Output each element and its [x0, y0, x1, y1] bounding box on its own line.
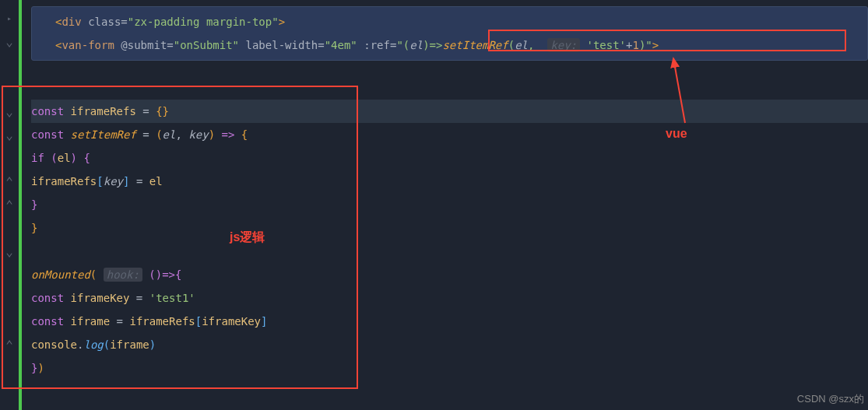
code-line-14[interactable]: console.log(iframe) — [31, 333, 868, 356]
code-editor: ▸ ⌄ ⌄ ⌄ ⌃ ⌃ ⌄ ⌃ <div class="zx-padding m… — [0, 0, 868, 410]
code-content[interactable]: <div class="zx-padding margin-top"> <van… — [22, 0, 868, 410]
code-line-1[interactable]: <div class="zx-padding margin-top"> — [32, 10, 867, 33]
annotation-vue-label: vue — [666, 127, 687, 141]
code-line-8[interactable]: } — [31, 193, 868, 216]
code-line-15[interactable]: }) — [31, 356, 868, 380]
code-line-5[interactable]: const setItemRef = (el, key) => { — [31, 123, 868, 146]
code-line-11[interactable]: onMounted( hook: ()=>{ — [31, 263, 868, 286]
watermark: CSDN @szx的 — [797, 392, 864, 406]
code-line-4[interactable]: const iframeRefs = {} — [31, 100, 868, 123]
annotation-js-label: js逻辑 — [230, 230, 265, 246]
code-line-2[interactable]: <van-form @submit="onSubmit" label-width… — [32, 33, 867, 57]
code-line-6[interactable]: if (el) { — [31, 146, 868, 170]
code-line-9[interactable]: } — [31, 216, 868, 240]
code-line-12[interactable]: const iframeKey = 'test1' — [31, 286, 868, 310]
code-line-13[interactable]: const iframe = iframeRefs[iframeKey] — [31, 310, 868, 333]
editor-gutter: ▸ ⌄ ⌄ ⌄ ⌃ ⌃ ⌄ ⌃ — [0, 0, 19, 410]
code-line-7[interactable]: iframeRefs[key] = el — [31, 170, 868, 193]
